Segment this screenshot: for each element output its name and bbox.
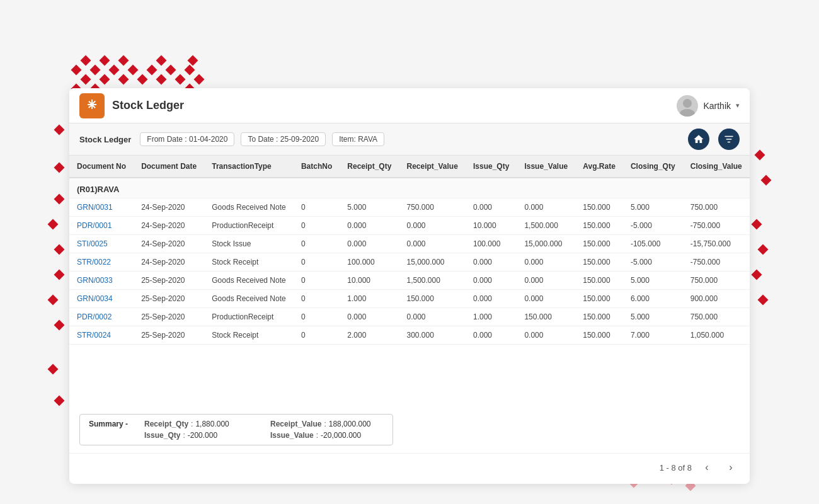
- table-group-row: (R01)RAVA: [69, 178, 750, 198]
- app-header: Stock Ledger Karthik ▾: [69, 88, 750, 123]
- summary-issue-value-value: -20,000.000: [321, 431, 361, 440]
- avatar-icon: [677, 95, 698, 117]
- summary-issue-value-label: Issue_Value: [270, 431, 314, 440]
- table-row[interactable]: GRN/003425-Sep-2020Goods Received Note01…: [69, 290, 750, 308]
- filter-button[interactable]: [718, 129, 740, 150]
- summary-receipt-value-value: 188,000.000: [329, 420, 371, 428]
- svg-point-1: [683, 99, 692, 108]
- summary-receipt-qty-value: 1,880.000: [195, 420, 229, 428]
- prev-page-button[interactable]: ‹: [698, 459, 716, 476]
- filter-icon: [723, 134, 735, 145]
- col-batch-no: BatchNo: [294, 156, 340, 178]
- col-doc-no: Document No: [69, 156, 134, 178]
- data-table-area: Document No Document Date TransactionTyp…: [69, 156, 750, 408]
- summary-issue-qty-label: Issue_Qty: [144, 431, 180, 440]
- stock-ledger-table: Document No Document Date TransactionTyp…: [69, 156, 750, 345]
- summary-receipt-qty-label: Receipt_Qty: [144, 420, 188, 428]
- chevron-down-icon: ▾: [736, 101, 740, 110]
- summary-receipt-value-label: Receipt_Value: [270, 420, 321, 428]
- from-date-filter[interactable]: From Date : 01-04-2020: [140, 132, 234, 146]
- table-row[interactable]: PDR/000225-Sep-2020ProductionReceipt00.0…: [69, 308, 750, 326]
- col-doc-date: Document Date: [134, 156, 204, 178]
- table-row[interactable]: STI/002524-Sep-2020Stock Issue00.0000.00…: [69, 235, 750, 253]
- summary-label: Summary -: [89, 420, 128, 428]
- filter-bar-title: Stock Ledger: [79, 135, 131, 144]
- page-info: 1 - 8 of 8: [660, 463, 692, 472]
- to-date-filter[interactable]: To Date : 25-09-2020: [241, 132, 326, 146]
- svg-point-0: [91, 105, 93, 107]
- avatar: [677, 95, 698, 117]
- item-filter[interactable]: Item: RAVA: [332, 132, 384, 146]
- col-transaction-type: TransactionType: [204, 156, 294, 178]
- table-body: (R01)RAVAGRN/003124-Sep-2020Goods Receiv…: [69, 178, 750, 345]
- table-row[interactable]: STR/002224-Sep-2020Stock Receipt0100.000…: [69, 253, 750, 272]
- table-row[interactable]: GRN/003124-Sep-2020Goods Received Note05…: [69, 198, 750, 217]
- main-window: Stock Ledger Karthik ▾ Stock Ledger From…: [69, 88, 750, 484]
- home-button[interactable]: [688, 129, 709, 150]
- page-title: Stock Ledger: [112, 99, 677, 112]
- filter-bar: Stock Ledger From Date : 01-04-2020 To D…: [69, 123, 750, 156]
- app-logo: [79, 93, 105, 118]
- pagination-bar: 1 - 8 of 8 ‹ ›: [69, 453, 750, 484]
- logo-icon: [84, 98, 100, 113]
- table-header: Document No Document Date TransactionTyp…: [69, 156, 750, 178]
- summary-box: Summary - Receipt_Qty : 1,880.000 Receip…: [79, 414, 393, 445]
- summary-issue-qty-value: -200.000: [188, 431, 217, 440]
- user-menu[interactable]: Karthik ▾: [677, 95, 740, 117]
- summary-receipt-value: Receipt_Value : 188,000.000: [270, 420, 384, 428]
- col-receipt-value: Receipt_Value: [399, 156, 466, 178]
- user-name: Karthik: [703, 101, 731, 111]
- svg-point-2: [680, 109, 695, 117]
- col-closing-value: Closing_Value: [683, 156, 750, 178]
- summary-bar: Summary - Receipt_Qty : 1,880.000 Receip…: [69, 408, 750, 453]
- next-page-button[interactable]: ›: [722, 459, 740, 476]
- col-issue-qty: Issue_Qty: [466, 156, 517, 178]
- home-icon: [693, 134, 704, 145]
- summary-issue-qty: Issue_Qty : -200.000: [144, 431, 258, 440]
- col-receipt-qty: Receipt_Qty: [340, 156, 399, 178]
- summary-issue-value: Issue_Value : -20,000.000: [270, 431, 384, 440]
- col-closing-qty: Closing_Qty: [623, 156, 683, 178]
- table-row[interactable]: PDR/000124-Sep-2020ProductionReceipt00.0…: [69, 217, 750, 235]
- col-avg-rate: Avg.Rate: [575, 156, 623, 178]
- col-issue-value: Issue_Value: [517, 156, 575, 178]
- table-row[interactable]: GRN/003325-Sep-2020Goods Received Note01…: [69, 272, 750, 290]
- summary-receipt-qty: Receipt_Qty : 1,880.000: [144, 420, 258, 428]
- table-row[interactable]: STR/002425-Sep-2020Stock Receipt02.00030…: [69, 326, 750, 345]
